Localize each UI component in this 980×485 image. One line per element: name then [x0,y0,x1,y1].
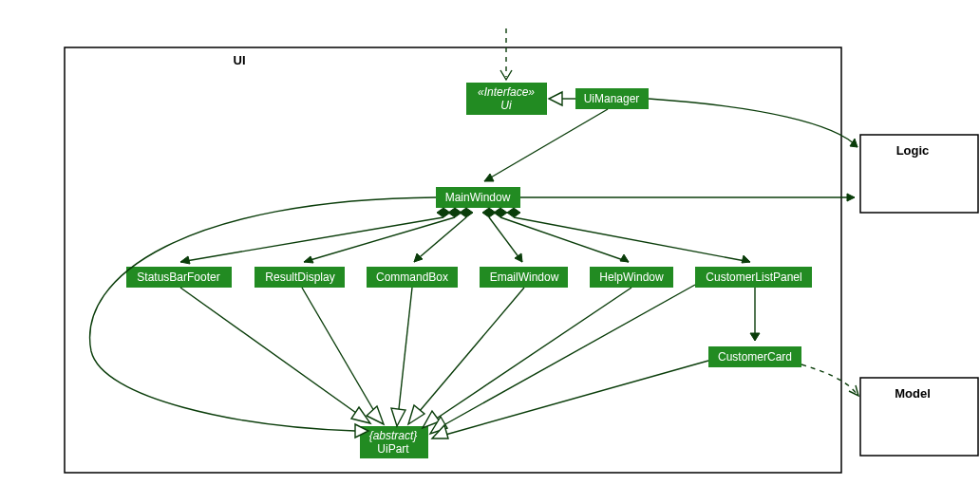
node-command-box: CommandBox [367,267,458,288]
edge-main-gen-uipart [90,197,436,438]
ui-part-name: UiPart [377,442,409,456]
svg-marker-26 [494,208,507,217]
command-box-name: CommandBox [376,270,448,284]
svg-marker-15 [484,174,494,181]
edge-hw-gen-uipart [423,288,631,428]
main-window-name: MainWindow [445,191,511,204]
edge-cc-gen-uipart [432,361,708,438]
svg-marker-30 [750,333,760,341]
edge-cb-gen-uipart [391,288,412,426]
edge-main-comp-statusbar [180,208,450,264]
ui-manager-name: UiManager [584,92,640,105]
package-model: Model [860,378,978,456]
edge-main-comp-clp [507,208,750,263]
svg-marker-25 [515,253,522,262]
edge-ew-gen-uipart [408,288,524,424]
package-model-label: Model [895,386,931,401]
status-bar-footer-name: StatusBarFooter [137,270,219,284]
node-main-window: MainWindow [436,187,520,208]
customer-card-name: CustomerCard [718,350,792,364]
ui-part-stereo: {abstract} [369,429,418,442]
package-logic-label: Logic [896,143,930,158]
help-window-name: HelpWindow [599,270,664,284]
edge-uimanager-realize-ui [549,92,575,105]
svg-marker-22 [460,208,473,217]
ui-interface-stereo: «Interface» [478,85,535,99]
svg-marker-16 [850,139,858,147]
edge-uimanager-to-mainwindow [484,109,608,181]
edge-external-to-ui [500,28,512,80]
ui-interface-name: Ui [500,99,512,112]
svg-marker-21 [304,256,313,263]
edge-clp-gen-uipart [430,285,695,434]
node-status-bar-footer: StatusBarFooter [126,267,232,288]
package-ui: UI [65,47,841,473]
node-ui-manager: UiManager [575,88,649,109]
node-customer-card: CustomerCard [708,346,801,367]
svg-marker-23 [414,253,423,262]
node-help-window: HelpWindow [590,267,673,288]
edge-clp-to-cc [750,288,760,341]
node-email-window: EmailWindow [480,267,568,288]
edge-cc-to-model [801,364,858,396]
node-customer-list-panel: CustomerListPanel [695,267,812,288]
edge-uimanager-to-logic [649,99,858,147]
svg-marker-29 [742,255,750,263]
customer-list-panel-name: CustomerListPanel [706,270,801,284]
node-result-display: ResultDisplay [254,267,345,288]
email-window-name: EmailWindow [490,270,559,284]
result-display-name: ResultDisplay [265,270,334,284]
svg-marker-19 [180,256,190,264]
package-ui-label: UI [234,53,246,67]
node-ui-interface: «Interface» Ui [466,83,547,115]
svg-marker-28 [507,208,520,217]
svg-marker-17 [847,194,855,201]
edge-mainwindow-to-logic [520,194,855,201]
edge-main-comp-result [304,208,462,263]
package-logic: Logic [860,135,978,213]
svg-marker-27 [620,254,629,262]
svg-marker-34 [391,408,405,426]
svg-marker-14 [549,92,562,105]
node-ui-part: {abstract} UiPart [360,426,428,458]
svg-rect-0 [65,47,841,473]
